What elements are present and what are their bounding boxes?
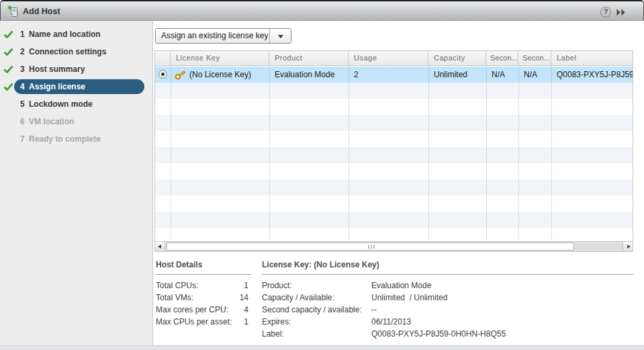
step-label: Name and location bbox=[29, 30, 101, 39]
cell-usage: 2 bbox=[349, 67, 428, 83]
detail-value: -- bbox=[371, 304, 377, 316]
col-header-capacity[interactable]: Capacity bbox=[428, 51, 486, 65]
dialog-footer-strip bbox=[0, 345, 644, 350]
sidebar-step-name-and-location[interactable]: 1 Name and location bbox=[0, 26, 152, 43]
detail-row: Max cores per CPU: 4 bbox=[156, 304, 251, 316]
detail-label: Label: bbox=[262, 328, 371, 340]
detail-row: Total VMs: 14 bbox=[156, 292, 251, 304]
assign-license-dropdown-button[interactable]: Assign an existing license key bbox=[155, 28, 291, 44]
detail-label: Product: bbox=[262, 279, 371, 292]
license-table: License Key Product Usage Capacity Secon… bbox=[154, 50, 633, 252]
step-label: Connection settings bbox=[29, 47, 106, 56]
scrollbar-thumb[interactable] bbox=[167, 243, 574, 251]
check-icon bbox=[3, 48, 13, 56]
sidebar-step-connection-settings[interactable]: 2 Connection settings bbox=[0, 43, 152, 60]
host-details-heading: Host Details bbox=[156, 260, 251, 269]
scroll-right-button[interactable] bbox=[623, 242, 633, 251]
detail-label: Total VMs: bbox=[156, 292, 231, 304]
step-number: 4 bbox=[20, 82, 25, 91]
license-details-heading: License Key: (No License Key) bbox=[262, 260, 633, 269]
step-label: Ready to complete bbox=[29, 134, 101, 144]
cell-product: Evaluation Mode bbox=[269, 67, 349, 83]
step-label: Assign license bbox=[29, 82, 85, 91]
sidebar-step-vm-location: 6 VM location bbox=[0, 113, 152, 130]
detail-value: 14 bbox=[231, 292, 248, 304]
cell-second-2: N/A bbox=[518, 67, 551, 83]
dialog-title: Add Host bbox=[23, 7, 60, 16]
detail-value: Unlimited / Unlimited bbox=[371, 292, 447, 304]
step-number: 1 bbox=[20, 30, 25, 39]
detail-value: 06/11/2013 bbox=[371, 316, 411, 328]
license-details-rule bbox=[262, 274, 633, 275]
horizontal-scrollbar[interactable] bbox=[155, 241, 633, 251]
step-label: VM location bbox=[29, 117, 74, 126]
assign-button-label: Assign an existing license key bbox=[161, 31, 268, 40]
sidebar-step-host-summary[interactable]: 3 Host summary bbox=[0, 60, 152, 78]
detail-row: Expires: 06/11/2013 bbox=[262, 316, 633, 328]
detail-row: Product: Evaluation Mode bbox=[262, 279, 633, 292]
triangle-left-icon bbox=[158, 245, 161, 249]
sidebar-step-ready-to-complete: 7 Ready to complete bbox=[0, 130, 152, 148]
license-key-icon bbox=[175, 70, 186, 80]
col-header-product[interactable]: Product bbox=[269, 51, 349, 65]
col-header-usage[interactable]: Usage bbox=[349, 51, 428, 65]
collapse-icon[interactable] bbox=[616, 9, 626, 16]
detail-row: Capacity / Available: Unlimited / Unlimi… bbox=[262, 292, 633, 304]
license-table-header: License Key Product Usage Capacity Secon… bbox=[155, 51, 633, 66]
host-details-rule bbox=[156, 274, 251, 275]
check-icon bbox=[3, 65, 13, 73]
cell-second-1: N/A bbox=[486, 67, 518, 83]
sidebar-step-lockdown-mode[interactable]: 5 Lockdown mode bbox=[0, 95, 152, 113]
license-table-row-selected[interactable]: (No License Key) Evaluation Mode 2 Unlim… bbox=[155, 67, 633, 83]
cell-label: Q0083-PXY5J-P8J59-0H0HN-H8Q55 bbox=[551, 67, 633, 83]
detail-label: Max cores per CPU: bbox=[156, 304, 231, 316]
detail-row: Max CPUs per asset: 1 bbox=[156, 316, 251, 328]
detail-label: Capacity / Available: bbox=[262, 292, 371, 304]
step-number: 7 bbox=[20, 134, 25, 144]
license-key-details-section: License Key: (No License Key) Product: E… bbox=[262, 260, 633, 340]
step-number: 2 bbox=[20, 47, 25, 56]
detail-label: Second capacity / available: bbox=[262, 304, 371, 316]
step-number: 5 bbox=[20, 99, 25, 109]
detail-label: Expires: bbox=[262, 316, 371, 328]
detail-value: 1 bbox=[231, 279, 248, 292]
detail-value: 1 bbox=[231, 316, 248, 328]
sidebar-step-assign-license[interactable]: 4 Assign license bbox=[0, 78, 152, 95]
detail-row: Total CPUs: 1 bbox=[156, 279, 251, 292]
wizard-content: Assign an existing license key License K… bbox=[153, 21, 644, 345]
titlebar: Add Host ? bbox=[0, 0, 644, 21]
cell-capacity: Unlimited bbox=[428, 67, 486, 83]
step-label: Host summary bbox=[29, 64, 85, 74]
col-header-label[interactable]: Label bbox=[551, 51, 633, 65]
col-header-radio[interactable] bbox=[155, 51, 171, 65]
check-icon bbox=[3, 83, 13, 91]
detail-value: Evaluation Mode bbox=[371, 279, 431, 292]
detail-row: Label: Q0083-PXY5J-P8J59-0H0HN-H8Q55 bbox=[262, 328, 633, 340]
detail-label: Max CPUs per asset: bbox=[156, 316, 231, 328]
detail-value: Q0083-PXY5J-P8J59-0H0HN-H8Q55 bbox=[371, 328, 506, 340]
detail-value: 4 bbox=[231, 304, 248, 316]
step-label: Lockdown mode bbox=[29, 99, 93, 109]
add-host-icon bbox=[7, 5, 19, 18]
empty-rows-area bbox=[155, 83, 633, 241]
col-header-license-key[interactable]: License Key bbox=[171, 51, 269, 65]
step-number: 6 bbox=[20, 117, 25, 126]
check-icon bbox=[3, 30, 13, 38]
help-icon[interactable]: ? bbox=[600, 7, 611, 17]
dropdown-arrow-section[interactable] bbox=[269, 29, 291, 43]
chevron-down-icon bbox=[278, 35, 283, 38]
wizard-steps-sidebar: 1 Name and location 2 Connection setting… bbox=[0, 21, 153, 345]
triangle-right-icon bbox=[627, 245, 631, 249]
detail-row: Second capacity / available: -- bbox=[262, 304, 633, 316]
scroll-left-button[interactable] bbox=[155, 242, 165, 251]
radio-button-selected[interactable] bbox=[158, 70, 167, 79]
detail-label: Total CPUs: bbox=[156, 279, 231, 292]
radio-dot bbox=[161, 73, 165, 76]
step-number: 3 bbox=[20, 64, 25, 74]
cell-license-key: (No License Key) bbox=[189, 67, 251, 83]
add-host-dialog: Add Host ? 1 Name and location 2 Connect… bbox=[0, 0, 644, 350]
col-header-second-2[interactable]: Secon... bbox=[518, 51, 551, 65]
col-header-second-1[interactable]: Secon... bbox=[486, 51, 518, 65]
host-details-section: Host Details Total CPUs: 1 Total VMs: 14… bbox=[156, 260, 251, 328]
thumb-grip-icon bbox=[371, 245, 372, 247]
